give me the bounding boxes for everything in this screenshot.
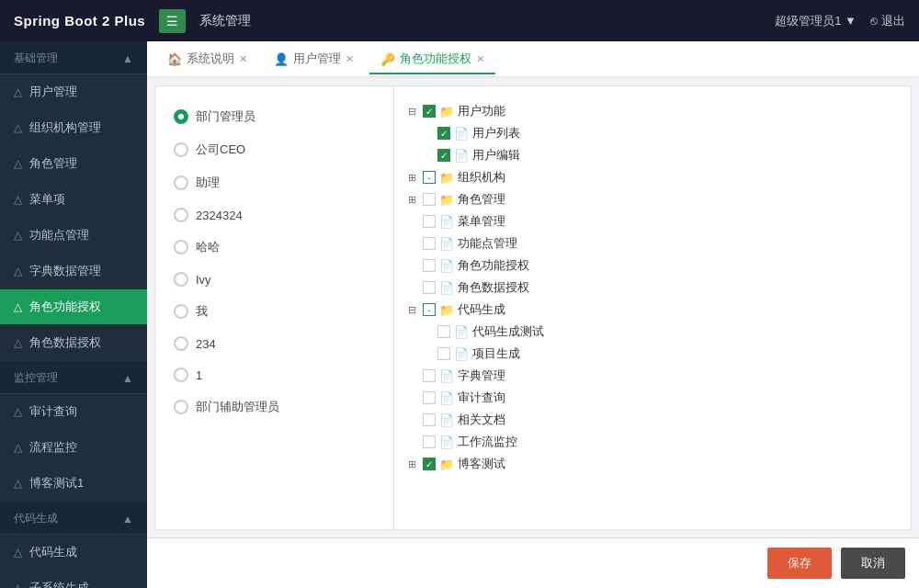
sidebar-item-audit[interactable]: △ 审计查询	[0, 394, 147, 430]
expand-icon: ⊞	[408, 194, 419, 206]
group-label-monitor: 监控管理	[14, 370, 58, 386]
radio-wo[interactable]	[174, 304, 188, 319]
role-item-wo[interactable]: 我	[169, 295, 380, 328]
folder-icon: 📁	[439, 458, 454, 471]
radio-haha[interactable]	[174, 240, 188, 254]
role-item-ivy[interactable]: Ivy	[169, 264, 380, 295]
cancel-button[interactable]: 取消	[841, 548, 905, 579]
sidebar-item-org-mgmt[interactable]: △ 组织机构管理	[0, 110, 147, 146]
radio-ivy[interactable]	[174, 272, 188, 287]
checkbox-role-data-auth[interactable]	[423, 281, 436, 294]
checkbox-role-mgmt[interactable]	[423, 193, 436, 206]
role-item-2324324[interactable]: 2324324	[169, 199, 380, 231]
tab-role-auth[interactable]: 🔑 角色功能授权 ✕	[369, 45, 495, 74]
tree-node-role-func-auth[interactable]: 📄 角色功能授权	[408, 254, 897, 277]
checkbox-proj-gen[interactable]	[437, 347, 450, 360]
checkbox-code-gen[interactable]: -	[423, 303, 436, 316]
tree-node-code-gen[interactable]: ⊟ - 📁 代码生成	[408, 299, 897, 321]
tree-node-org[interactable]: ⊞ - 📁 组织机构	[408, 166, 897, 188]
role-item-dept-assist-admin[interactable]: 部门辅助管理员	[169, 390, 380, 424]
role-item-ceo[interactable]: 公司CEO	[169, 133, 380, 166]
group-collapse-icon[interactable]: ▲	[122, 52, 133, 65]
tree-node-user-list[interactable]: ✓ 📄 用户列表	[423, 122, 897, 144]
radio-dept-admin[interactable]	[174, 109, 188, 124]
app-logo: Spring Boot 2 Plus	[14, 13, 145, 28]
radio-1[interactable]	[174, 368, 188, 382]
group-collapse-icon2[interactable]: ▲	[122, 372, 133, 385]
sidebar-item-role-mgmt[interactable]: △ 角色管理	[0, 146, 147, 182]
checkbox-related-docs[interactable]	[423, 413, 436, 426]
role-label: 助理	[196, 175, 220, 191]
tree-node-role-mgmt[interactable]: ⊞ 📁 角色管理	[408, 188, 897, 210]
tab-user-mgmt[interactable]: 👤 用户管理 ✕	[263, 45, 365, 74]
checkbox-workflow-monitor[interactable]	[423, 435, 436, 448]
tab-close-system-intro[interactable]: ✕	[239, 53, 247, 65]
tab-close-user-mgmt[interactable]: ✕	[346, 53, 354, 65]
user-menu[interactable]: 超级管理员1 ▼	[775, 13, 857, 29]
tree-label: 用户列表	[472, 125, 520, 141]
tree-node-user-edit[interactable]: ✓ 📄 用户编辑	[423, 144, 897, 166]
folder-icon: 📁	[439, 171, 454, 185]
home-icon: △	[14, 477, 22, 490]
radio-2324324[interactable]	[174, 208, 188, 222]
folder-icon: 📄	[439, 435, 454, 449]
menu-toggle-button[interactable]: ☰	[159, 9, 186, 33]
tab-bar: 🏠 系统说明 ✕ 👤 用户管理 ✕ 🔑 角色功能授权 ✕	[147, 41, 919, 78]
checkbox-blog-test[interactable]: ✓	[423, 458, 436, 470]
tree-node-code-gen-test[interactable]: 📄 代码生成测试	[423, 321, 897, 343]
tree-node-blog-test[interactable]: ⊞ ✓ 📁 博客测试	[408, 453, 897, 475]
save-button[interactable]: 保存	[767, 548, 832, 579]
tree-node-proj-gen[interactable]: 📄 项目生成	[423, 343, 897, 365]
checkbox-org[interactable]: -	[423, 171, 436, 184]
tree-node-workflow-monitor[interactable]: 📄 工作流监控	[408, 431, 897, 453]
tree-node-func-point[interactable]: 📄 功能点管理	[408, 232, 897, 254]
checkbox-menu-mgmt[interactable]	[423, 215, 436, 228]
radio-234[interactable]	[174, 336, 188, 351]
tree-node-audit-query[interactable]: 📄 审计查询	[408, 387, 897, 409]
radio-ceo[interactable]	[174, 142, 188, 157]
radio-assistant[interactable]	[174, 175, 188, 190]
sidebar-item-flow-monitor[interactable]: △ 流程监控	[0, 430, 147, 466]
permission-tree-panel: ⊟ ✓ 📁 用户功能 ✓ 📄 用户列表 ✓ 📄	[394, 86, 911, 529]
role-item-1[interactable]: 1	[169, 359, 380, 390]
tab-system-intro[interactable]: 🏠 系统说明 ✕	[156, 45, 258, 74]
expand-icon: ⊟	[408, 106, 419, 118]
role-label: 2324324	[196, 209, 243, 222]
tree-node-related-docs[interactable]: 📄 相关文档	[408, 409, 897, 431]
sidebar-item-code-gen[interactable]: △ 代码生成	[0, 535, 147, 571]
tree-node-role-data-auth[interactable]: 📄 角色数据授权	[408, 277, 897, 299]
logout-icon: ⎋	[870, 14, 878, 28]
sidebar-item-subsystem-gen[interactable]: △ 子系统生成	[0, 571, 147, 588]
role-item-haha[interactable]: 哈哈	[169, 231, 380, 264]
sidebar-item-dict-mgmt[interactable]: △ 字典数据管理	[0, 254, 147, 289]
checkbox-user-func[interactable]: ✓	[423, 105, 436, 118]
tab-close-role-auth[interactable]: ✕	[476, 53, 484, 65]
sidebar-item-user-mgmt[interactable]: △ 用户管理	[0, 74, 147, 110]
logout-button[interactable]: ⎋ 退出	[870, 13, 905, 29]
folder-icon: 📄	[439, 413, 454, 427]
role-item-234[interactable]: 234	[169, 328, 380, 359]
sidebar-item-blog-test[interactable]: △ 博客测试1	[0, 466, 147, 502]
sidebar: 基础管理 ▲ △ 用户管理 △ 组织机构管理 △ 角色管理 △ 菜单项 △ 功能…	[0, 41, 147, 588]
sidebar-label: 角色功能授权	[29, 299, 101, 315]
sidebar-item-role-auth[interactable]: △ 角色功能授权	[0, 289, 147, 325]
sidebar-item-role-data-auth[interactable]: △ 角色数据授权	[0, 325, 147, 361]
checkbox-audit-query[interactable]	[423, 391, 436, 404]
tree-node-menu-mgmt[interactable]: 📄 菜单管理	[408, 210, 897, 232]
checkbox-user-edit[interactable]: ✓	[437, 149, 450, 162]
tree-node-user-func[interactable]: ⊟ ✓ 📁 用户功能	[408, 100, 897, 122]
radio-dept-assist-admin[interactable]	[174, 400, 188, 414]
sidebar-item-func-mgmt[interactable]: △ 功能点管理	[0, 218, 147, 254]
checkbox-dict-mgmt[interactable]	[423, 369, 436, 382]
sidebar-item-menu[interactable]: △ 菜单项	[0, 182, 147, 218]
checkbox-func-point[interactable]	[423, 237, 436, 250]
role-list-panel: 部门管理员 公司CEO 助理 2324324 哈哈	[155, 86, 394, 529]
sidebar-label: 代码生成	[29, 544, 77, 560]
tree-node-dict-mgmt[interactable]: 📄 字典管理	[408, 365, 897, 387]
checkbox-code-gen-test[interactable]	[437, 325, 450, 338]
role-item-assistant[interactable]: 助理	[169, 166, 380, 199]
group-collapse-icon3[interactable]: ▲	[122, 513, 133, 526]
checkbox-user-list[interactable]: ✓	[437, 127, 450, 140]
role-item-dept-admin[interactable]: 部门管理员	[169, 100, 380, 133]
checkbox-role-func-auth[interactable]	[423, 259, 436, 272]
